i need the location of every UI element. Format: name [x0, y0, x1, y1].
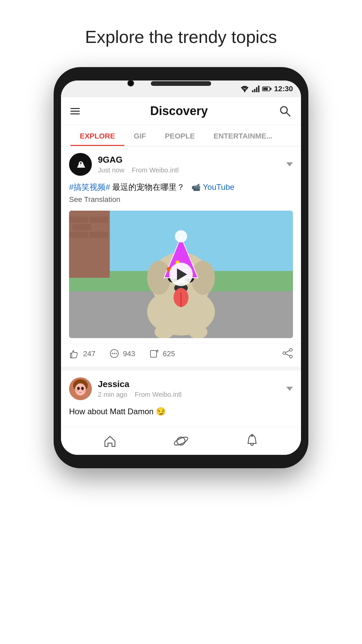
video-thumbnail: [69, 211, 293, 338]
play-button[interactable]: [169, 263, 193, 286]
nav-notifications[interactable]: [245, 434, 259, 448]
repost-action[interactable]: 625: [148, 348, 175, 359]
svg-rect-14: [69, 217, 88, 223]
svg-rect-3: [256, 87, 257, 92]
tab-entertainment[interactable]: ENTERTAINME...: [204, 125, 282, 146]
svg-point-36: [175, 230, 187, 242]
status-bar: 12:30: [61, 80, 301, 97]
repost-count: 625: [163, 350, 175, 358]
post-text: #搞笑视频# 最逗的宠物在哪里？ 📹 YouTube See Translati…: [61, 181, 301, 211]
post-header: 9 9GAG Just now From Weibo.intl: [61, 146, 301, 181]
svg-rect-16: [72, 224, 91, 230]
share-action[interactable]: [282, 348, 293, 360]
post-info: Just now From Weibo.intl: [98, 166, 286, 174]
tab-gif[interactable]: GIF: [124, 125, 156, 146]
svg-rect-2: [254, 89, 255, 92]
wifi-icon: [240, 85, 249, 93]
svg-point-54: [77, 387, 80, 390]
battery-icon: [262, 87, 270, 91]
page-title: Explore the trendy topics: [85, 27, 277, 47]
status-time: 12:30: [274, 85, 293, 93]
svg-point-55: [81, 387, 84, 390]
home-icon: [103, 434, 117, 448]
svg-rect-17: [69, 231, 88, 237]
feed: 9 9GAG Just now From Weibo.intl: [61, 146, 301, 423]
tab-explore[interactable]: EXPLORE: [70, 125, 124, 146]
app-header: Discovery: [61, 97, 301, 125]
post-actions: 247 943: [61, 343, 301, 367]
signal-icon: [252, 86, 259, 92]
menu-icon[interactable]: [70, 108, 80, 114]
hashtag-link[interactable]: #搞笑视频#: [69, 182, 110, 192]
avatar: 9: [69, 153, 92, 176]
svg-line-50: [286, 354, 290, 356]
phone-camera: [127, 80, 134, 87]
comment-action[interactable]: 943: [109, 348, 135, 359]
svg-rect-15: [89, 217, 108, 223]
chevron-down-icon[interactable]: [286, 162, 293, 166]
share-icon: [282, 348, 293, 359]
svg-point-46: [290, 348, 292, 351]
svg-point-47: [283, 352, 286, 355]
play-triangle-icon: [177, 268, 187, 280]
like-count: 247: [83, 350, 96, 358]
video-container[interactable]: [69, 211, 293, 338]
post-author: Jessica: [98, 379, 286, 389]
post-info: 2 min ago From Weibo.intl: [98, 391, 286, 398]
svg-line-49: [286, 351, 290, 353]
svg-rect-4: [258, 86, 259, 92]
svg-point-53: [75, 383, 86, 395]
post-text: How about Matt Damon 😏: [61, 406, 301, 423]
comment-count: 943: [123, 350, 135, 358]
like-action[interactable]: 247: [69, 348, 96, 359]
svg-line-6: [287, 113, 290, 116]
post-meta: Jessica 2 min ago From Weibo.intl: [92, 379, 286, 398]
svg-point-57: [82, 390, 85, 391]
post-card: 9 9GAG Just now From Weibo.intl: [61, 146, 301, 367]
tabs-bar: EXPLORE GIF PEOPLE ENTERTAINME...: [61, 125, 301, 146]
app-title: Discovery: [80, 104, 278, 118]
svg-point-0: [244, 91, 245, 92]
tab-people[interactable]: PEOPLE: [156, 125, 204, 146]
bottom-nav: [61, 427, 301, 455]
search-button[interactable]: [278, 104, 292, 118]
comment-icon: [109, 348, 120, 359]
svg-point-56: [76, 390, 78, 391]
status-icons: [240, 85, 270, 93]
post-card: Jessica 2 min ago From Weibo.intl How ab…: [61, 371, 301, 423]
svg-point-40: [112, 353, 113, 354]
svg-point-41: [114, 353, 115, 354]
bell-icon: [245, 434, 259, 448]
see-translation-link[interactable]: See Translation: [69, 195, 120, 204]
svg-rect-43: [150, 351, 157, 357]
repost-icon: [148, 348, 159, 359]
avatar: [69, 377, 92, 400]
svg-point-48: [290, 355, 292, 358]
nav-discover[interactable]: [174, 434, 188, 448]
svg-point-42: [116, 353, 117, 354]
youtube-link[interactable]: YouTube: [203, 182, 234, 192]
phone-screen: 12:30 Discovery EXPLORE GIF: [61, 80, 301, 455]
nav-home[interactable]: [103, 434, 117, 448]
svg-rect-18: [89, 231, 108, 237]
svg-rect-1: [252, 90, 253, 92]
post-author: 9GAG: [98, 155, 286, 165]
thumbs-up-icon: [69, 348, 80, 359]
post-header: Jessica 2 min ago From Weibo.intl: [61, 371, 301, 406]
chevron-down-icon[interactable]: [286, 387, 293, 391]
phone-shell: 12:30 Discovery EXPLORE GIF: [54, 67, 308, 468]
post-meta: 9GAG Just now From Weibo.intl: [92, 155, 286, 174]
planet-icon: [174, 434, 188, 448]
